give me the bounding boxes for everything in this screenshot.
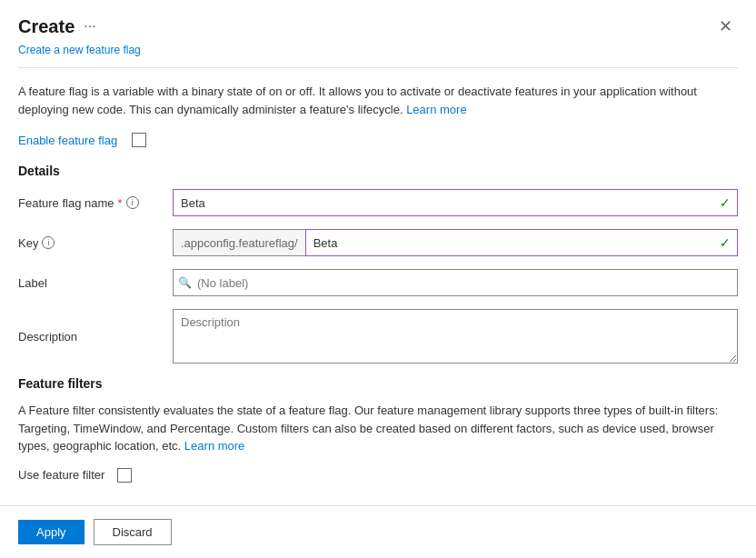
description-label: Description xyxy=(18,330,173,344)
feature-flag-name-input[interactable] xyxy=(173,189,738,216)
feature-filters-section: Feature filters A Feature filter consist… xyxy=(18,376,738,483)
feature-flag-name-row: Feature flag name * i ✓ xyxy=(18,189,738,216)
required-star: * xyxy=(118,196,123,210)
key-input[interactable] xyxy=(305,229,738,256)
use-feature-filter-label: Use feature filter xyxy=(18,468,104,482)
feature-flag-name-label: Feature flag name * i xyxy=(18,196,173,210)
key-row: Key i .appconfig.featureflag/ ✓ xyxy=(18,229,738,256)
key-prefix: .appconfig.featureflag/ xyxy=(173,229,305,256)
description-input[interactable] xyxy=(173,309,738,364)
label-input-wrapper: 🔍 xyxy=(173,269,738,296)
discard-button[interactable]: Discard xyxy=(94,519,172,545)
key-label: Key i xyxy=(18,236,173,250)
key-check-icon: ✓ xyxy=(720,235,731,250)
use-feature-filter-checkbox[interactable] xyxy=(117,468,132,483)
dialog-footer: Apply Discard xyxy=(0,505,756,558)
description-row: Description xyxy=(18,309,738,364)
description-text: A feature flag is a variable with a bina… xyxy=(18,83,738,118)
label-row: Label 🔍 xyxy=(18,269,738,296)
key-field-group: .appconfig.featureflag/ ✓ xyxy=(173,229,738,256)
menu-icon[interactable]: ··· xyxy=(84,18,95,35)
feature-flag-name-check-icon: ✓ xyxy=(720,195,731,210)
feature-flag-name-input-wrapper: ✓ xyxy=(173,189,738,216)
close-button[interactable]: ✕ xyxy=(713,15,738,38)
dialog-title: Create xyxy=(18,16,75,37)
learn-more-link-2[interactable]: Learn more xyxy=(184,439,244,453)
label-label: Label xyxy=(18,276,173,290)
enable-feature-flag-checkbox[interactable] xyxy=(132,133,146,147)
enable-feature-flag-label: Enable feature flag xyxy=(18,134,117,147)
key-info-icon[interactable]: i xyxy=(42,236,55,249)
details-section-title: Details xyxy=(18,164,738,178)
feature-filters-title: Feature filters xyxy=(18,376,738,391)
label-input[interactable] xyxy=(173,269,738,296)
create-feature-flag-dialog: Create ··· ✕ Create a new feature flag A… xyxy=(0,0,756,558)
learn-more-link-1[interactable]: Learn more xyxy=(406,103,466,116)
key-input-wrapper: ✓ xyxy=(305,229,738,256)
dialog-header: Create ··· ✕ xyxy=(0,0,756,42)
dialog-body: A feature flag is a variable with a bina… xyxy=(0,68,756,505)
use-feature-filter-row: Use feature filter xyxy=(18,468,738,483)
dialog-subtitle[interactable]: Create a new feature flag xyxy=(0,42,756,67)
apply-button[interactable]: Apply xyxy=(18,520,85,544)
feature-filters-description: A Feature filter consistently evaluates … xyxy=(18,402,738,455)
feature-flag-name-info-icon[interactable]: i xyxy=(126,196,139,209)
enable-feature-flag-row: Enable feature flag xyxy=(18,133,738,147)
label-search-icon: 🔍 xyxy=(178,276,192,289)
